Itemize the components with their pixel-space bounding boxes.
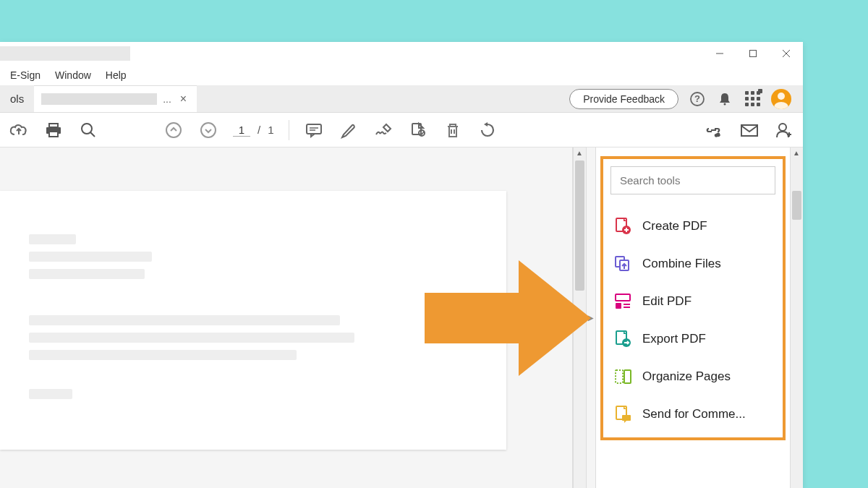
- tab-tools[interactable]: ols: [0, 85, 34, 112]
- toolbar: / 1: [0, 113, 803, 147]
- tab-close-icon[interactable]: ×: [177, 93, 190, 106]
- user-avatar-icon[interactable]: [771, 89, 791, 109]
- link-cloud-icon[interactable]: [705, 120, 725, 140]
- stamp-icon[interactable]: [408, 120, 428, 140]
- toolbar-separator: [289, 120, 289, 140]
- menu-window[interactable]: Window: [48, 67, 98, 84]
- comment-icon[interactable]: [304, 120, 324, 140]
- sign-icon[interactable]: [373, 120, 393, 140]
- document-name-ellipsis: ...: [163, 93, 171, 105]
- svg-point-13: [201, 123, 216, 137]
- send-comment-icon: [613, 405, 632, 424]
- svg-rect-29: [616, 294, 630, 301]
- svg-point-10: [82, 124, 92, 134]
- tool-item-label: Export PDF: [642, 332, 706, 346]
- svg-point-6: [724, 103, 726, 105]
- tool-item-label: Send for Comme...: [642, 407, 746, 421]
- menu-esign[interactable]: E-Sign: [3, 67, 48, 84]
- svg-rect-36: [624, 370, 631, 383]
- svg-point-20: [779, 124, 786, 131]
- svg-rect-7: [49, 124, 58, 127]
- cloud-upload-icon[interactable]: [9, 120, 29, 140]
- delete-icon[interactable]: [443, 120, 463, 140]
- organize-pages-icon: [613, 367, 632, 386]
- provide-feedback-button[interactable]: Provide Feedback: [569, 89, 678, 109]
- print-icon[interactable]: [43, 120, 64, 140]
- tabbar-right: Provide Feedback ?: [569, 89, 803, 109]
- panel-scrollbar[interactable]: ▲: [790, 147, 803, 488]
- create-pdf-icon: [613, 217, 632, 236]
- svg-text:?: ?: [694, 93, 700, 104]
- edit-pdf-icon: [613, 292, 632, 311]
- tool-item-send-for-comments[interactable]: Send for Comme...: [610, 395, 775, 433]
- tools-panel: Create PDF Combine Files Edit PDF Export…: [596, 147, 790, 488]
- minimize-button[interactable]: [703, 42, 736, 65]
- zoom-icon[interactable]: [78, 120, 98, 140]
- menubar: E-Sign Window Help: [0, 65, 803, 85]
- bell-icon[interactable]: [716, 90, 733, 108]
- page-sep: /: [258, 124, 260, 136]
- app-window: E-Sign Window Help ols ... × Provide Fee…: [0, 42, 803, 488]
- titlebar: [0, 42, 803, 65]
- highlight-icon[interactable]: [339, 120, 359, 140]
- svg-rect-38: [622, 415, 631, 421]
- apps-grid-icon[interactable]: [744, 90, 761, 108]
- tool-item-label: Create PDF: [642, 219, 707, 234]
- export-pdf-icon: [613, 330, 632, 348]
- page-up-icon[interactable]: [163, 120, 184, 140]
- document-name-placeholder: [41, 93, 157, 105]
- tab-document[interactable]: ... ×: [34, 85, 197, 112]
- svg-rect-9: [49, 132, 58, 137]
- rotate-icon[interactable]: [477, 120, 498, 140]
- tabs: ols ... ×: [0, 85, 197, 112]
- share-user-icon[interactable]: [774, 120, 794, 140]
- tool-item-label: Edit PDF: [642, 294, 692, 309]
- tool-item-label: Combine Files: [642, 257, 721, 271]
- svg-rect-14: [307, 124, 321, 134]
- tool-item-export-pdf[interactable]: Export PDF: [610, 320, 775, 358]
- email-icon[interactable]: [739, 120, 760, 140]
- tabbar: ols ... × Provide Feedback ?: [0, 85, 803, 113]
- close-button[interactable]: [770, 42, 803, 65]
- scrollbar-thumb[interactable]: [792, 191, 801, 220]
- tools-highlight-box: Create PDF Combine Files Edit PDF Export…: [600, 156, 786, 440]
- page-navigation: / 1: [233, 124, 274, 137]
- svg-rect-30: [616, 303, 621, 309]
- main-area: ▲ ▶ Create PDF Combine Files Edit PDF: [0, 147, 803, 488]
- window-controls: [703, 42, 803, 65]
- page-down-icon[interactable]: [198, 120, 218, 140]
- tool-item-combine-files[interactable]: Combine Files: [610, 245, 775, 283]
- svg-line-11: [90, 132, 95, 137]
- svg-rect-35: [616, 370, 623, 383]
- tool-item-label: Organize Pages: [642, 369, 731, 384]
- combine-files-icon: [613, 254, 632, 273]
- tool-item-create-pdf[interactable]: Create PDF: [610, 207, 775, 245]
- maximize-button[interactable]: [736, 42, 770, 65]
- svg-point-12: [166, 123, 181, 137]
- annotation-arrow: [417, 253, 598, 383]
- help-icon[interactable]: ?: [689, 90, 706, 108]
- tool-item-organize-pages[interactable]: Organize Pages: [610, 358, 775, 395]
- search-tools-input[interactable]: [610, 166, 775, 194]
- tool-item-edit-pdf[interactable]: Edit PDF: [610, 283, 775, 320]
- svg-rect-1: [750, 51, 757, 57]
- window-title-placeholder: [0, 46, 130, 61]
- page-total: 1: [268, 124, 273, 136]
- page-number-input[interactable]: [233, 124, 250, 137]
- menu-help[interactable]: Help: [98, 67, 134, 84]
